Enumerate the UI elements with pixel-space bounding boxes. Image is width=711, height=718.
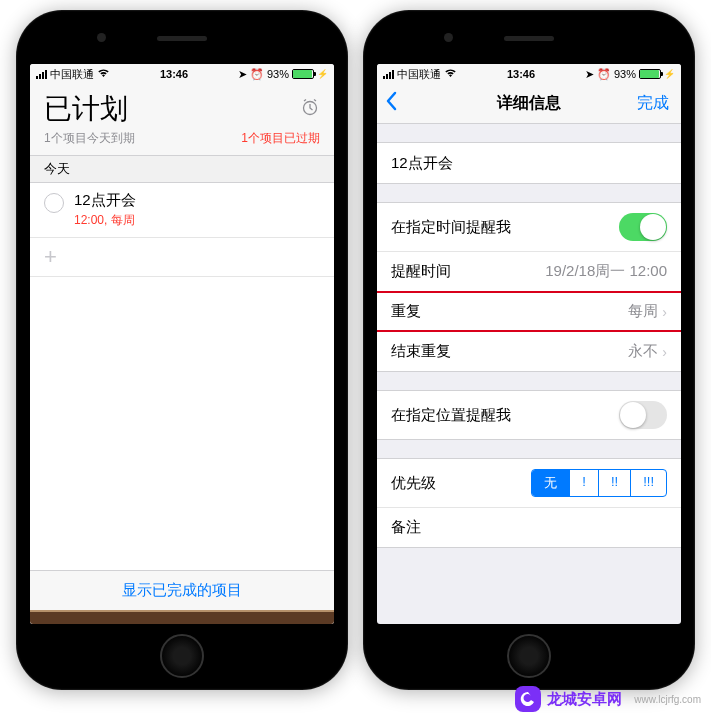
charging-icon: ⚡ [317, 69, 328, 79]
signal-icon [36, 70, 47, 79]
alarm-icon: ⏰ [597, 68, 611, 81]
repeat-cell[interactable]: 重复 每周› [377, 291, 681, 331]
done-button[interactable]: 完成 [637, 93, 669, 114]
battery-icon [292, 69, 314, 79]
notes-label: 备注 [391, 518, 421, 537]
priority-cell: 优先级 无 ! !! !!! [377, 459, 681, 507]
list-footer: 显示已完成的项目 [30, 570, 334, 624]
alarm-header-icon[interactable] [300, 97, 320, 122]
reminder-detail: 12:00, 每周 [74, 212, 136, 229]
chevron-right-icon: › [662, 304, 667, 320]
end-repeat-label: 结束重复 [391, 342, 451, 361]
detail-nav: 详细信息 完成 [377, 84, 681, 124]
page-title: 已计划 [44, 90, 128, 128]
wifi-icon [444, 68, 457, 80]
alarm-time-value: 19/2/18周一 12:00 [545, 262, 667, 281]
charging-icon: ⚡ [664, 69, 675, 79]
due-today-label: 1个项目今天到期 [44, 130, 135, 147]
nav-icon: ➤ [238, 68, 247, 81]
battery-pct: 93% [614, 68, 636, 80]
complete-radio[interactable] [44, 193, 64, 213]
watermark-url: www.lcjrfg.com [634, 694, 701, 705]
signal-icon [383, 70, 394, 79]
repeat-value: 每周 [628, 302, 658, 321]
priority-none[interactable]: 无 [532, 470, 569, 496]
back-button[interactable] [385, 91, 397, 117]
end-repeat-value: 永不 [628, 342, 658, 361]
remind-time-label: 在指定时间提醒我 [391, 218, 511, 237]
nav-icon: ➤ [585, 68, 594, 81]
show-completed-button[interactable]: 显示已完成的项目 [30, 571, 334, 610]
remind-time-toggle[interactable] [619, 213, 667, 241]
status-bar: 中国联通 13:46 ➤ ⏰ 93% ⚡ [377, 64, 681, 84]
alarm-time-label: 提醒时间 [391, 262, 451, 281]
status-time: 13:46 [160, 68, 188, 80]
group-priority: 优先级 无 ! !! !!! 备注 [377, 458, 681, 548]
bottom-bar [30, 610, 334, 624]
battery-pct: 93% [267, 68, 289, 80]
battery-icon [639, 69, 661, 79]
repeat-label: 重复 [391, 302, 421, 321]
watermark-brand: 龙城安卓网 [547, 690, 622, 709]
list-empty-area[interactable] [30, 277, 334, 570]
task-title-cell[interactable]: 12点开会 [377, 143, 681, 183]
priority-med[interactable]: !! [598, 470, 630, 496]
chevron-right-icon: › [662, 344, 667, 360]
remind-time-cell[interactable]: 在指定时间提醒我 [377, 203, 681, 251]
add-reminder-button[interactable]: + [30, 238, 334, 277]
watermark: 龙城安卓网 www.lcjrfg.com [515, 686, 701, 712]
remind-location-toggle[interactable] [619, 401, 667, 429]
reminder-title: 12点开会 [74, 191, 136, 210]
remind-location-label: 在指定位置提醒我 [391, 406, 511, 425]
reminders-list: 12点开会 12:00, 每周 + [30, 183, 334, 277]
status-time: 13:46 [507, 68, 535, 80]
carrier-label: 中国联通 [50, 67, 94, 82]
group-title: 12点开会 [377, 142, 681, 184]
carrier-label: 中国联通 [397, 67, 441, 82]
alarm-icon: ⏰ [250, 68, 264, 81]
group-time: 在指定时间提醒我 提醒时间 19/2/18周一 12:00 重复 每周› 结束重… [377, 202, 681, 372]
end-repeat-cell[interactable]: 结束重复 永不› [377, 331, 681, 371]
priority-low[interactable]: ! [569, 470, 598, 496]
phone-left: 中国联通 13:46 ➤ ⏰ 93% ⚡ 已计划 [16, 10, 348, 690]
priority-segmented[interactable]: 无 ! !! !!! [531, 469, 667, 497]
alarm-time-cell[interactable]: 提醒时间 19/2/18周一 12:00 [377, 251, 681, 291]
remind-location-cell[interactable]: 在指定位置提醒我 [377, 391, 681, 439]
wifi-icon [97, 68, 110, 80]
home-button[interactable] [507, 634, 551, 678]
phone-right: 中国联通 13:46 ➤ ⏰ 93% ⚡ 详细信息 [363, 10, 695, 690]
task-title-text: 12点开会 [391, 154, 453, 173]
reminder-row[interactable]: 12点开会 12:00, 每周 [30, 183, 334, 238]
screen-left: 中国联通 13:46 ➤ ⏰ 93% ⚡ 已计划 [30, 64, 334, 624]
priority-high[interactable]: !!! [630, 470, 666, 496]
section-today: 今天 [30, 156, 334, 183]
notes-cell[interactable]: 备注 [377, 507, 681, 547]
detail-title: 详细信息 [497, 93, 561, 114]
overdue-label: 1个项目已过期 [241, 130, 320, 147]
group-location: 在指定位置提醒我 [377, 390, 681, 440]
list-header: 已计划 1个项目今天到期 1个项目已过期 [30, 84, 334, 156]
status-bar: 中国联通 13:46 ➤ ⏰ 93% ⚡ [30, 64, 334, 84]
priority-label: 优先级 [391, 474, 436, 493]
home-button[interactable] [160, 634, 204, 678]
screen-right: 中国联通 13:46 ➤ ⏰ 93% ⚡ 详细信息 [377, 64, 681, 624]
watermark-logo-icon [515, 686, 541, 712]
